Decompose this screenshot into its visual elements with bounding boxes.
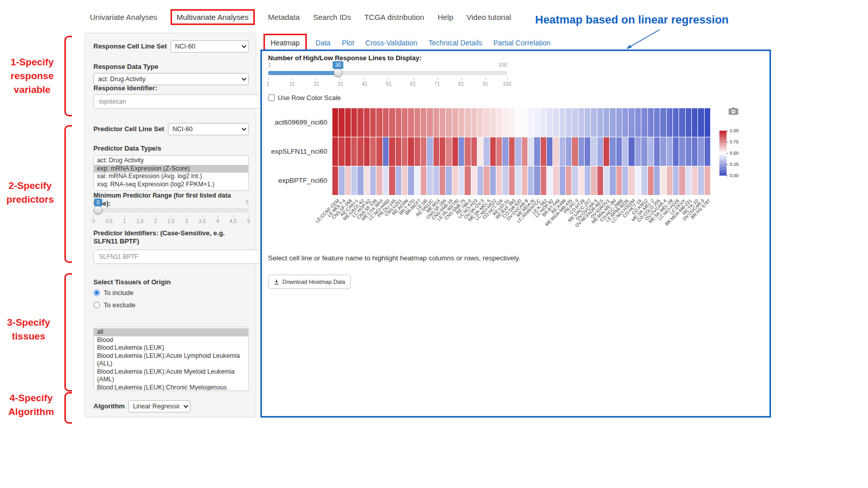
heatmap-cell[interactable] bbox=[396, 137, 401, 166]
heatmap-cell[interactable] bbox=[364, 108, 370, 137]
heatmap-cell[interactable] bbox=[553, 166, 559, 195]
heatmap-cell[interactable] bbox=[465, 108, 470, 137]
heatmap-cell[interactable] bbox=[484, 166, 489, 195]
heatmap-cell[interactable] bbox=[654, 108, 660, 137]
heatmap-cell[interactable] bbox=[698, 108, 704, 137]
heatmap-cell[interactable] bbox=[515, 166, 521, 195]
use-row-color-scale-checkbox[interactable] bbox=[268, 94, 275, 101]
heatmap-cell[interactable] bbox=[339, 108, 344, 137]
heatmap-cell[interactable] bbox=[534, 166, 540, 195]
heatmap-cell[interactable] bbox=[566, 166, 571, 195]
heatmap-cell[interactable] bbox=[496, 166, 502, 195]
heatmap-cell[interactable] bbox=[679, 166, 685, 195]
heatmap-cell[interactable] bbox=[370, 137, 376, 166]
heatmap-cell[interactable] bbox=[673, 166, 679, 195]
heatmap-cell[interactable] bbox=[641, 137, 647, 166]
heatmap-cell[interactable] bbox=[496, 108, 502, 137]
heatmap-cell[interactable] bbox=[629, 166, 634, 195]
heatmap-cell[interactable] bbox=[597, 166, 603, 195]
heatmap-cell[interactable] bbox=[446, 108, 451, 137]
heatmap-cell[interactable] bbox=[471, 166, 477, 195]
heatmap-cell[interactable] bbox=[604, 166, 609, 195]
slider-handle[interactable] bbox=[334, 68, 343, 77]
heatmap-cell[interactable] bbox=[705, 108, 710, 137]
response-identifier-input[interactable] bbox=[93, 94, 264, 109]
heatmap-cell[interactable] bbox=[332, 137, 338, 166]
heatmap-cell[interactable] bbox=[541, 108, 546, 137]
heatmap-cell[interactable] bbox=[408, 137, 414, 166]
heatmap-cell[interactable] bbox=[376, 108, 382, 137]
heatmap-cell[interactable] bbox=[553, 137, 559, 166]
heatmap-cell[interactable] bbox=[572, 166, 577, 195]
nav-item-help[interactable]: Help bbox=[438, 13, 453, 21]
heatmap-cell[interactable] bbox=[402, 166, 407, 195]
heatmap-cell[interactable] bbox=[673, 137, 679, 166]
heatmap-cell[interactable] bbox=[705, 166, 710, 195]
heatmap-row-label-act609699-nci60[interactable]: act609699_nci60 bbox=[275, 108, 327, 137]
heatmap-cell[interactable] bbox=[383, 137, 389, 166]
heatmap-cell[interactable] bbox=[471, 108, 477, 137]
heatmap-cell[interactable] bbox=[477, 108, 483, 137]
heatmap-cell[interactable] bbox=[610, 108, 615, 137]
heatmap-cell[interactable] bbox=[679, 137, 685, 166]
heatmap-cell[interactable] bbox=[591, 137, 596, 166]
heatmap-cell[interactable] bbox=[686, 108, 691, 137]
heatmap-cell[interactable] bbox=[345, 166, 351, 195]
heatmap-cell[interactable] bbox=[345, 108, 351, 137]
heatmap-cell[interactable] bbox=[585, 108, 590, 137]
heatmap-cell[interactable] bbox=[440, 166, 445, 195]
heatmap-cell[interactable] bbox=[490, 166, 496, 195]
radio-to-exclude[interactable]: To exclude bbox=[93, 301, 249, 309]
heatmap-cell[interactable] bbox=[351, 108, 357, 137]
heatmap-cell[interactable] bbox=[572, 137, 577, 166]
heatmap-cell[interactable] bbox=[635, 108, 641, 137]
heatmap-cell[interactable] bbox=[433, 166, 439, 195]
nav-item-multivariate-analyses[interactable]: Multivariate Analyses bbox=[171, 9, 255, 25]
heatmap-cell[interactable] bbox=[522, 108, 527, 137]
heatmap-cell[interactable] bbox=[376, 166, 382, 195]
heatmap-cell[interactable] bbox=[648, 108, 654, 137]
heatmap-cell[interactable] bbox=[560, 166, 565, 195]
slider-handle[interactable] bbox=[94, 206, 103, 214]
option-all[interactable]: all bbox=[94, 328, 248, 336]
heatmap-cell[interactable] bbox=[686, 166, 691, 195]
heatmap-cell[interactable] bbox=[383, 108, 389, 137]
heatmap-cell[interactable] bbox=[370, 108, 376, 137]
heatmap-cell[interactable] bbox=[616, 166, 622, 195]
heatmap-cell[interactable] bbox=[648, 166, 654, 195]
tab-cross-validation[interactable]: Cross-Validation bbox=[360, 35, 423, 51]
heatmap-cell[interactable] bbox=[692, 108, 697, 137]
heatmap-cell[interactable] bbox=[477, 166, 483, 195]
heatmap-cell[interactable] bbox=[610, 166, 615, 195]
heatmap-cell[interactable] bbox=[502, 108, 508, 137]
heatmap-cell[interactable] bbox=[509, 137, 515, 166]
heatmap-cell[interactable] bbox=[332, 166, 338, 195]
heatmap-cell[interactable] bbox=[459, 166, 464, 195]
nav-item-univariate-analyses[interactable]: Univariate Analyses bbox=[90, 13, 157, 21]
heatmap-cell[interactable] bbox=[585, 166, 590, 195]
predictor-cell-line-set-select[interactable]: NCI-60 bbox=[168, 123, 249, 135]
heatmap-cell[interactable] bbox=[534, 108, 540, 137]
option-xai-mrna-expression-avg-log2-int[interactable]: xai: mRNA Expression (Avg. log2 Int.) bbox=[94, 173, 248, 181]
tab-data[interactable]: Data bbox=[310, 35, 336, 51]
camera-icon[interactable] bbox=[729, 107, 738, 115]
heatmap-cell[interactable] bbox=[402, 108, 407, 137]
heatmap-cell[interactable] bbox=[364, 137, 370, 166]
heatmap-cell[interactable] bbox=[654, 137, 660, 166]
heatmap-cell[interactable] bbox=[622, 166, 628, 195]
heatmap-cell[interactable] bbox=[686, 137, 691, 166]
heatmap-cell[interactable] bbox=[427, 108, 432, 137]
heatmap-cell[interactable] bbox=[547, 166, 552, 195]
heatmap-cell[interactable] bbox=[566, 108, 571, 137]
slider-track[interactable] bbox=[93, 208, 249, 212]
nav-item-search-ids[interactable]: Search IDs bbox=[313, 13, 351, 21]
heatmap-cell[interactable] bbox=[421, 137, 426, 166]
option-blood-leukemia-leuk-acute-myeloid-leukemia-aml[interactable]: Blood:Leukemia (LEUK):Acute Myeloid Leuk… bbox=[94, 368, 248, 384]
option-blood[interactable]: Blood bbox=[94, 336, 248, 345]
heatmap-cell[interactable] bbox=[534, 137, 540, 166]
heatmap-cell[interactable] bbox=[345, 137, 351, 166]
heatmap-cell[interactable] bbox=[509, 108, 515, 137]
heatmap-cell[interactable] bbox=[622, 108, 628, 137]
response-cell-line-set-select[interactable]: NCI-60 bbox=[171, 40, 249, 53]
heatmap-cell[interactable] bbox=[509, 166, 515, 195]
